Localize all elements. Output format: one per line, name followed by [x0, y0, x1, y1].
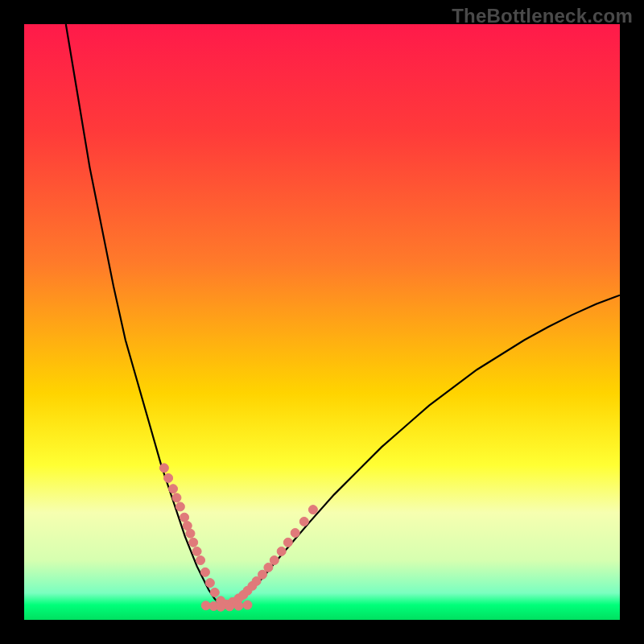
highlight-dot	[180, 513, 189, 522]
highlight-dot	[175, 502, 184, 511]
chart-frame: TheBottleneck.com	[0, 0, 644, 644]
highlight-dot	[186, 529, 195, 538]
highlight-dot	[291, 528, 299, 537]
highlight-dot	[172, 493, 181, 502]
highlight-dot	[258, 570, 267, 579]
highlight-dot	[264, 563, 273, 572]
highlight-dot	[189, 538, 198, 547]
highlight-dot	[270, 556, 279, 565]
bottleneck-curve-chart	[24, 24, 620, 620]
highlight-dot	[217, 602, 225, 611]
highlight-dot	[234, 601, 243, 610]
highlight-dot	[283, 538, 292, 547]
highlight-dot	[225, 602, 234, 611]
highlight-dot	[192, 547, 201, 555]
highlight-dot	[196, 556, 205, 565]
highlight-dot	[277, 547, 286, 555]
highlight-dot	[169, 485, 178, 493]
plot-area	[24, 24, 620, 620]
highlight-dot	[164, 473, 173, 482]
highlight-dot	[308, 506, 317, 514]
highlight-dot	[205, 579, 214, 588]
gradient-background	[24, 24, 620, 620]
highlight-dot	[159, 464, 168, 473]
highlight-dot	[243, 601, 252, 609]
highlight-dot	[299, 517, 308, 526]
highlight-dot	[210, 588, 219, 597]
highlight-dot	[200, 568, 209, 576]
